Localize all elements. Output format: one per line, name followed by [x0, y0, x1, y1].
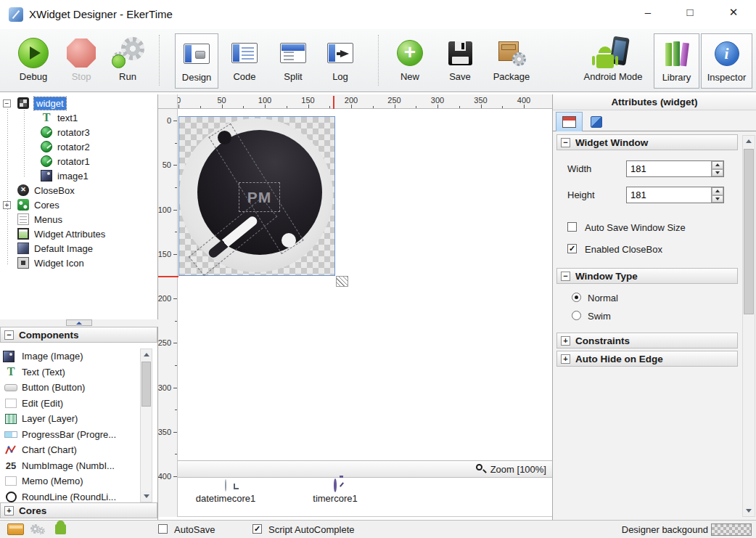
inspector-button[interactable]: i Inspector — [701, 33, 752, 89]
component-item-progressbar[interactable]: ProgressBar (Progre... — [0, 427, 134, 443]
component-item-text[interactable]: T Text (Text) — [0, 364, 134, 380]
tree-item-rotator3[interactable]: rotator3 — [0, 125, 157, 139]
gears-icon[interactable] — [30, 523, 49, 536]
spin-up-icon[interactable] — [712, 161, 723, 169]
width-input[interactable] — [627, 161, 711, 176]
core-item-datetimecore[interactable]: datetimecore1 — [188, 480, 263, 504]
autosave-window-checkbox[interactable] — [567, 222, 577, 232]
component-item-layer[interactable]: Layer (Layer) — [0, 411, 134, 427]
scroll-down-arrow-icon[interactable] — [141, 491, 152, 502]
components-section-header[interactable]: − Components — [0, 327, 157, 343]
run-button[interactable]: Run — [107, 33, 148, 89]
component-item-memo[interactable]: Memo (Memo) — [0, 473, 134, 489]
component-label: Button (Button) — [22, 382, 85, 393]
collapse-expander-icon[interactable]: − — [3, 99, 11, 107]
spin-down-icon[interactable] — [712, 195, 723, 203]
tree-item-text1[interactable]: T text1 — [0, 110, 157, 125]
collapse-expander-icon[interactable]: + — [3, 201, 11, 209]
expand-plus-icon[interactable]: + — [561, 354, 570, 364]
ruler-minor-tick — [175, 321, 177, 322]
android-icon[interactable] — [55, 524, 66, 534]
autosave-checkbox[interactable] — [158, 524, 168, 534]
normal-radio[interactable] — [572, 293, 581, 302]
ruler-tick — [222, 105, 223, 108]
ruler-tick-label: 50 — [163, 160, 171, 169]
ruler-minor-tick — [459, 106, 460, 108]
cores-section-header[interactable]: + Cores — [0, 502, 157, 518]
code-tab-button[interactable]: Code — [225, 33, 264, 89]
window-type-section-header[interactable]: − Window Type — [556, 268, 738, 284]
debug-button[interactable]: Debug — [12, 33, 55, 89]
scrollbar-thumb[interactable] — [744, 149, 754, 314]
core-item-timercore[interactable]: timercore1 — [299, 480, 371, 504]
attributes-scrollbar[interactable] — [742, 135, 755, 517]
panel-splitter[interactable] — [0, 319, 158, 327]
component-item-image[interactable]: Image (Image) — [0, 349, 134, 364]
splitter-up-arrow-icon[interactable] — [66, 319, 92, 326]
close-button[interactable]: ✕ — [717, 0, 750, 25]
tab-widget-properties[interactable] — [556, 112, 583, 131]
expand-plus-icon[interactable]: + — [561, 336, 570, 346]
folder-icon[interactable] — [7, 523, 24, 535]
save-button[interactable]: Save — [441, 33, 479, 89]
ruler-minor-tick — [175, 232, 177, 232]
attributes-tabstrip — [553, 110, 756, 131]
scroll-up-arrow-icon[interactable] — [743, 136, 754, 147]
android-mode-label: Android Mode — [579, 71, 647, 82]
component-item-numbimage[interactable]: 25 NumbImage (NumbI... — [0, 458, 134, 474]
design-tab-button[interactable]: Design — [175, 33, 218, 89]
tree-item-rotator1[interactable]: rotator1 — [0, 154, 157, 168]
components-scrollbar[interactable] — [140, 349, 152, 502]
enabled-closebox-checkbox[interactable]: ✓ — [567, 244, 577, 253]
edit-icon — [5, 399, 17, 408]
tree-item-cores[interactable]: + Cores — [0, 197, 157, 212]
minimize-button[interactable]: – — [631, 0, 665, 25]
resize-handle[interactable] — [336, 276, 348, 287]
component-item-edit[interactable]: Edit (Edit) — [0, 396, 134, 412]
tree-item-widget-attributes[interactable]: Widget Attributes — [0, 227, 157, 241]
component-item-button[interactable]: Button (Button) — [0, 380, 134, 396]
ruler-tick-label: 0 — [167, 116, 171, 125]
tree-item-closebox[interactable]: ✕ CloseBox — [0, 183, 157, 197]
collapse-minus-icon[interactable]: − — [561, 138, 570, 147]
scroll-up-arrow-icon[interactable] — [141, 349, 152, 360]
designer-background-swatch[interactable] — [711, 523, 752, 536]
height-input[interactable] — [627, 187, 711, 203]
collapse-minus-icon[interactable]: − — [4, 330, 14, 340]
widget-window-section-header[interactable]: − Widget Window — [556, 134, 738, 150]
tree-item-image1[interactable]: image1 — [0, 168, 157, 183]
expand-plus-icon[interactable]: + — [4, 506, 14, 515]
design-canvas[interactable]: 050100150200250300350400 050100150200250… — [158, 94, 552, 520]
spin-down-icon[interactable] — [712, 169, 723, 177]
library-button[interactable]: Library — [654, 33, 699, 89]
component-item-roundline[interactable]: RoundLine (RoundLi... — [0, 489, 134, 503]
tree-item-widget[interactable]: − widget — [0, 96, 157, 110]
tab-object-properties[interactable] — [583, 112, 609, 131]
image-icon — [41, 170, 52, 182]
new-button[interactable]: + New — [392, 33, 428, 89]
tree-item-rotator2[interactable]: rotator2 — [0, 139, 157, 154]
swim-radio[interactable] — [572, 311, 581, 320]
scroll-down-arrow-icon[interactable] — [743, 505, 754, 516]
component-item-chart[interactable]: Chart (Chart) — [0, 442, 134, 458]
collapse-minus-icon[interactable]: − — [561, 272, 570, 281]
spin-up-icon[interactable] — [712, 187, 723, 195]
log-tab-button[interactable]: Log — [321, 33, 360, 89]
widget-design-surface[interactable]: PM — [178, 116, 335, 276]
pm-text-selection[interactable]: PM — [239, 182, 280, 212]
save-button-label: Save — [441, 71, 479, 82]
script-autocomplete-checkbox[interactable]: ✓ — [252, 524, 262, 534]
cores-icon — [17, 199, 29, 211]
tree-item-widget-icon[interactable]: Widget Icon — [0, 256, 157, 270]
auto-hide-section-header[interactable]: + Auto Hide on Edge — [556, 351, 738, 367]
chart-icon — [4, 444, 17, 456]
stop-button[interactable]: Stop — [61, 33, 102, 89]
scrollbar-thumb[interactable] — [141, 362, 151, 407]
constraints-section-header[interactable]: + Constraints — [556, 333, 738, 349]
split-tab-button[interactable]: Split — [273, 33, 313, 89]
tree-item-default-image[interactable]: Default Image — [0, 241, 157, 256]
tree-item-menus[interactable]: Menus — [0, 212, 157, 227]
maximize-button[interactable]: □ — [673, 0, 707, 25]
package-button[interactable]: Package — [489, 33, 534, 89]
android-mode-button[interactable]: Android Mode — [579, 33, 647, 89]
